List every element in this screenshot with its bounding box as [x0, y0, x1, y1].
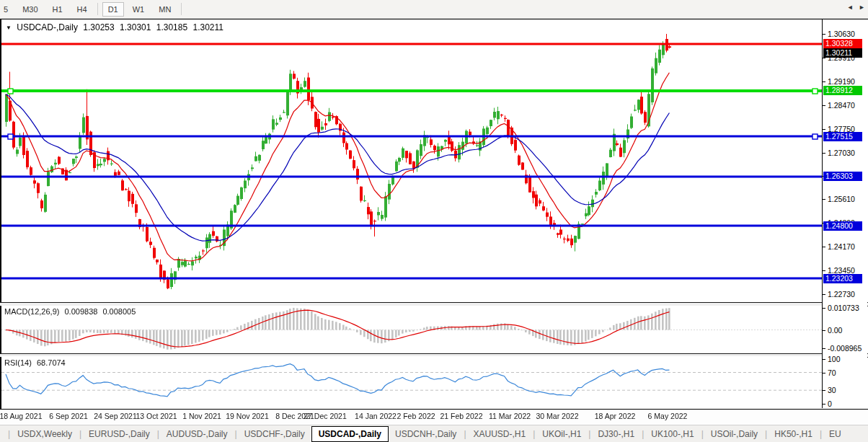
tab-audusd-daily[interactable]: AUDUSD-,Daily	[160, 427, 234, 441]
date-label: 14 Jan 2022	[355, 412, 397, 420]
date-label: 6 May 2022	[648, 412, 688, 420]
macd-axis-label: -0.008965	[823, 344, 862, 353]
tab-dj30-h1[interactable]: DJ30-,H1	[591, 427, 641, 441]
tab-hk50-h1[interactable]: HK50-,H1	[768, 427, 819, 441]
date-label: 27 Dec 2021	[304, 412, 347, 420]
tab-xauusd-h1[interactable]: XAUUSD-,H1	[467, 427, 533, 441]
timeframe-H1[interactable]: H1	[47, 2, 68, 17]
ohlc-open: 1.30253	[83, 22, 114, 32]
date-label: 1 Nov 2021	[182, 412, 221, 420]
tab-scroll-arrows: ◄ ►	[843, 4, 865, 11]
tab-usdchf-daily[interactable]: USDCHF-,Daily	[238, 427, 311, 441]
price-tick-mark	[823, 247, 825, 247]
rsi-tick-mark	[823, 359, 825, 360]
macd-label: MACD(12,26,9) 0.009838 0.008005	[4, 307, 138, 316]
date-label: 18 Aug 2021	[0, 412, 42, 420]
price-tick-label: 1.24170	[828, 242, 855, 251]
current-price-badge[interactable]: 1.30211	[823, 48, 862, 58]
rsi-tick-mark	[823, 404, 825, 405]
macd-axis-label: 0.00	[823, 326, 842, 335]
tab-usdx-weekly[interactable]: USDX,Weekly	[11, 427, 79, 441]
price-axis[interactable]: 1.306301.299101.291901.284701.277501.270…	[823, 19, 867, 407]
price-tick-mark	[823, 199, 825, 200]
price-tick: 1.28470	[823, 101, 855, 110]
date-axis[interactable]: 18 Aug 20216 Sep 202124 Sep 202113 Oct 2…	[0, 410, 868, 424]
rsi-axis-label: 0	[823, 399, 832, 408]
green-line-price-badge[interactable]: 1.28912	[823, 86, 862, 95]
price-tick-mark	[823, 270, 825, 271]
macd-value-main: 0.009838	[64, 307, 97, 316]
date-label: 18 Apr 2022	[595, 412, 636, 420]
timeframe-5[interactable]: 5	[0, 2, 14, 17]
rsi-tick-mark	[823, 373, 825, 374]
macd-tick-label: -0.008965	[828, 344, 862, 353]
date-label: 30 Mar 2022	[536, 412, 579, 420]
date-label: 21 Feb 2022	[440, 412, 483, 420]
tab-scroll-right-icon[interactable]: ►	[859, 4, 865, 11]
price-tick: 1.25610	[823, 195, 855, 203]
price-tick-label: 1.30630	[828, 30, 855, 38]
price-tick-mark	[823, 129, 825, 130]
macd-tick-label: 0.00	[828, 326, 842, 335]
macd-tick-label: 0.010733	[828, 304, 859, 312]
tab-usoil-daily[interactable]: USOil-,Daily	[704, 427, 764, 441]
tab-usdcnh-daily[interactable]: USDCNH-,Daily	[389, 427, 463, 441]
rsi-panel-canvas[interactable]	[1, 356, 822, 407]
rsi-axis-label: 70	[823, 368, 836, 377]
price-tick-label: 1.28470	[828, 101, 855, 110]
rsi-tick-label: 70	[828, 368, 836, 377]
date-label: 13 Oct 2021	[136, 412, 177, 420]
ohlc-close: 1.30211	[193, 22, 224, 32]
price-tick-label: 1.29190	[828, 77, 855, 86]
timeframe-H4[interactable]: H4	[71, 2, 93, 17]
price-tick-mark	[823, 81, 825, 82]
blue-line-price-1-badge[interactable]: 1.27515	[823, 132, 862, 141]
rsi-axis-label: 100	[823, 355, 841, 363]
toolbar-separator	[97, 3, 98, 15]
rsi-label: RSI(14) 68.7074	[4, 358, 68, 367]
rsi-name: RSI(14)	[4, 358, 32, 367]
chart-symbol-period: USDCAD-,Daily	[17, 22, 78, 32]
chart-dropdown-icon[interactable]: ▼	[6, 25, 12, 31]
date-label: 19 Nov 2021	[226, 412, 269, 420]
timeframe-W1[interactable]: W1	[127, 2, 151, 17]
toolbar-separator	[181, 3, 182, 15]
price-tick-label: 1.22730	[828, 290, 855, 299]
rsi-tick-mark	[823, 390, 825, 391]
rsi-axis-label: 30	[823, 386, 836, 394]
price-tick: 1.29190	[823, 77, 855, 86]
date-label: 2 Feb 2022	[397, 412, 435, 420]
price-tick: 1.24170	[823, 242, 855, 251]
tab-ukoil-h1[interactable]: UKOil-,H1	[536, 427, 588, 441]
tab-uk100-h1[interactable]: UK100-,H1	[645, 427, 700, 441]
timeframe-M30[interactable]: M30	[17, 2, 43, 17]
tab-usdcad-daily[interactable]: USDCAD-,Daily	[311, 426, 389, 442]
price-tick-label: 1.25610	[828, 195, 855, 203]
date-label: 6 Sep 2021	[49, 412, 88, 420]
trading-terminal: 5M30H1H4D1W1MN ▼ USDCAD-,Daily 1.30253 1…	[0, 0, 868, 442]
main-chart-canvas[interactable]	[1, 19, 822, 302]
rsi-value: 68.7074	[37, 358, 66, 367]
macd-tick-mark	[823, 330, 825, 331]
date-label: 11 Mar 2022	[489, 412, 531, 420]
blue-line-price-4-badge[interactable]: 1.23203	[823, 274, 862, 283]
rsi-tick-label: 0	[828, 399, 832, 408]
price-tick-mark	[823, 105, 825, 106]
tab-eu[interactable]: EU	[823, 427, 848, 441]
blue-line-price-2-badge[interactable]: 1.26303	[823, 172, 862, 181]
rsi-tick-label: 100	[828, 355, 841, 363]
macd-axis-label: 0.010733	[823, 304, 859, 312]
price-tick-mark	[823, 153, 825, 154]
tab-eurusd-daily[interactable]: EURUSD-,Daily	[82, 427, 156, 441]
tab-scroll-left-icon[interactable]: ◄	[847, 4, 854, 11]
ohlc-low: 1.30185	[156, 22, 187, 32]
resistance-line-price-badge[interactable]: 1.30328	[823, 39, 862, 48]
macd-name: MACD(12,26,9)	[4, 307, 59, 316]
blue-line-price-3-badge[interactable]: 1.24800	[823, 221, 862, 231]
macd-value-signal: 0.008005	[102, 307, 136, 316]
timeframe-D1[interactable]: D1	[102, 2, 124, 17]
price-tick: 1.22730	[823, 290, 855, 299]
chart-title: ▼ USDCAD-,Daily 1.30253 1.30301 1.30185 …	[6, 22, 226, 32]
timeframe-MN[interactable]: MN	[153, 2, 177, 17]
macd-tick-mark	[823, 308, 825, 309]
